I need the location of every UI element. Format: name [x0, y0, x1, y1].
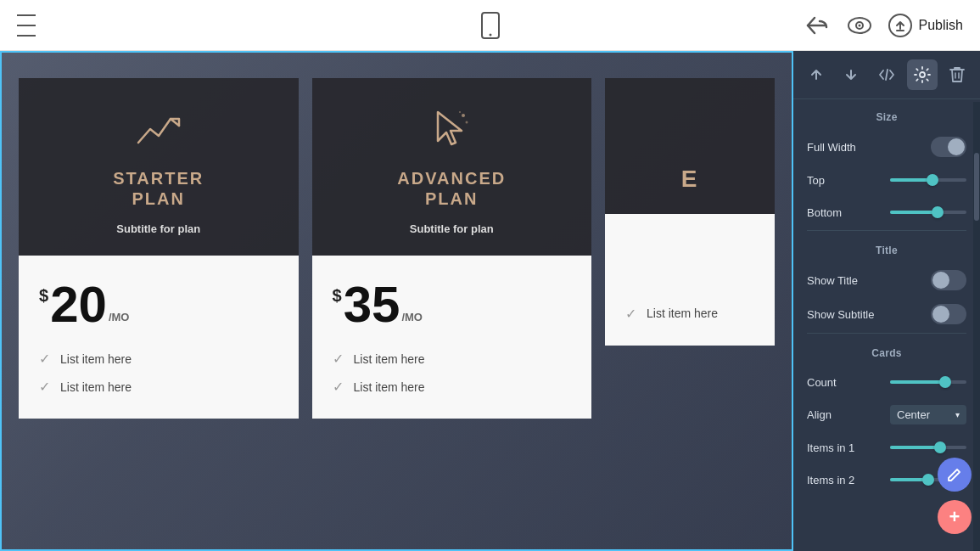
card-header-advanced: ADVANCEDPLAN Subtitle for plan — [312, 78, 592, 256]
canvas: STARTERPLAN Subtitle for plan $ 20 /MO ✓… — [0, 51, 793, 551]
enterprise-icon — [664, 104, 715, 151]
check-icon: ✓ — [333, 379, 344, 395]
starter-price: $ 20 /MO — [39, 279, 278, 330]
pricing-card-starter: STARTERPLAN Subtitle for plan $ 20 /MO ✓… — [19, 78, 299, 419]
top-row: Top — [793, 164, 980, 196]
count-label: Count — [807, 376, 837, 389]
publish-button[interactable]: Publish — [888, 14, 963, 37]
list-item: ✓List item here — [39, 379, 278, 395]
check-icon: ✓ — [625, 306, 636, 322]
add-fab-button[interactable]: + — [938, 500, 972, 534]
svg-point-8 — [466, 121, 468, 124]
bottom-slider[interactable] — [890, 211, 966, 214]
advanced-subtitle: Subtitle for plan — [410, 222, 494, 235]
list-item: ✓List item here — [333, 351, 572, 367]
edit-icon — [947, 467, 962, 482]
enterprise-title: E — [681, 165, 699, 194]
align-label: Align — [807, 408, 832, 421]
advanced-title: ADVANCEDPLAN — [397, 168, 506, 209]
settings-button[interactable] — [907, 59, 938, 90]
topbar: Publish — [0, 0, 980, 51]
side-panel: Size Full Width Top Bottom — [793, 51, 980, 551]
publish-upload-icon — [888, 14, 912, 37]
panel-scrollbar[interactable] — [973, 102, 980, 551]
pricing-card-advanced: ADVANCEDPLAN Subtitle for plan $ 35 /MO … — [312, 78, 592, 419]
back-icon[interactable] — [804, 12, 831, 39]
move-down-button[interactable] — [836, 59, 866, 90]
svg-point-4 — [858, 24, 860, 26]
list-item: ✓List item here — [333, 379, 572, 395]
svg-point-1 — [489, 33, 491, 36]
starter-icon — [133, 104, 184, 155]
bottom-label: Bottom — [807, 206, 842, 219]
bottom-row: Bottom — [793, 196, 980, 228]
align-row: Align Center ▾ — [793, 398, 980, 431]
plus-icon: + — [949, 508, 960, 526]
panel-toolbar — [793, 51, 980, 99]
items-in-1-label: Items in 1 — [807, 441, 854, 454]
advanced-amount: 35 — [344, 279, 400, 330]
advanced-dollar: $ — [333, 286, 342, 306]
advanced-icon — [426, 104, 477, 155]
delete-button[interactable] — [942, 59, 972, 90]
canvas-background: STARTERPLAN Subtitle for plan $ 20 /MO ✓… — [2, 53, 792, 549]
full-width-row: Full Width — [793, 130, 980, 164]
align-select[interactable]: Center ▾ — [890, 405, 966, 424]
check-icon: ✓ — [333, 351, 344, 367]
section-divider-2 — [807, 333, 966, 334]
main-area: STARTERPLAN Subtitle for plan $ 20 /MO ✓… — [0, 51, 980, 551]
topbar-center — [477, 12, 504, 39]
items-in-1-slider[interactable] — [890, 446, 966, 449]
fab-container: + — [938, 458, 972, 534]
title-section-title: Title — [793, 233, 980, 263]
svg-point-9 — [459, 111, 461, 113]
list-item: ✓List item here — [39, 351, 278, 367]
advanced-period: /MO — [401, 311, 423, 323]
code-button[interactable] — [871, 59, 902, 90]
show-title-label: Show Title — [807, 274, 858, 287]
pricing-card-enterprise: E ✓List item here — [605, 78, 775, 346]
count-slider[interactable] — [890, 380, 966, 384]
check-icon: ✓ — [39, 379, 50, 395]
publish-label: Publish — [919, 18, 963, 33]
edit-fab-button[interactable] — [938, 458, 972, 492]
starter-list: ✓List item here ✓List item here — [39, 351, 278, 395]
show-subtitle-row: Show Subtitle — [793, 297, 980, 331]
hamburger-menu[interactable] — [17, 12, 36, 39]
advanced-list: ✓List item here ✓List item here — [333, 351, 572, 395]
starter-amount: 20 — [50, 279, 107, 330]
card-body-advanced: $ 35 /MO ✓List item here ✓List item here — [312, 256, 592, 419]
eye-preview-icon[interactable] — [846, 12, 873, 39]
cards-section-title: Cards — [793, 335, 980, 366]
starter-dollar: $ — [39, 286, 48, 306]
align-chevron-icon: ▾ — [955, 410, 960, 419]
count-row: Count — [793, 366, 980, 398]
align-select-value: Center — [897, 408, 930, 421]
section-divider — [807, 230, 966, 231]
items-in-2-label: Items in 2 — [807, 474, 854, 486]
top-label: Top — [807, 174, 825, 187]
show-subtitle-toggle[interactable] — [931, 304, 966, 324]
panel-scrollbar-thumb — [974, 153, 979, 221]
svg-point-10 — [920, 72, 925, 77]
card-header-starter: STARTERPLAN Subtitle for plan — [19, 78, 299, 256]
enterprise-list: ✓List item here — [625, 306, 754, 322]
svg-marker-6 — [438, 112, 462, 144]
show-subtitle-label: Show Subtitle — [807, 308, 875, 321]
card-body-enterprise: ✓List item here — [605, 214, 775, 346]
topbar-right: Publish — [804, 12, 963, 39]
device-preview-icon[interactable] — [477, 12, 504, 39]
full-width-toggle[interactable] — [931, 137, 966, 157]
starter-period: /MO — [109, 311, 130, 323]
show-title-row: Show Title — [793, 263, 980, 297]
show-title-toggle[interactable] — [931, 270, 966, 290]
card-header-enterprise: E — [605, 78, 775, 214]
svg-point-7 — [462, 114, 465, 117]
top-slider[interactable] — [890, 178, 966, 182]
move-up-button[interactable] — [801, 59, 832, 90]
check-icon: ✓ — [39, 351, 50, 367]
topbar-left — [17, 12, 36, 39]
size-section-title: Size — [793, 99, 980, 130]
full-width-label: Full Width — [807, 141, 856, 154]
starter-subtitle: Subtitle for plan — [116, 222, 200, 235]
